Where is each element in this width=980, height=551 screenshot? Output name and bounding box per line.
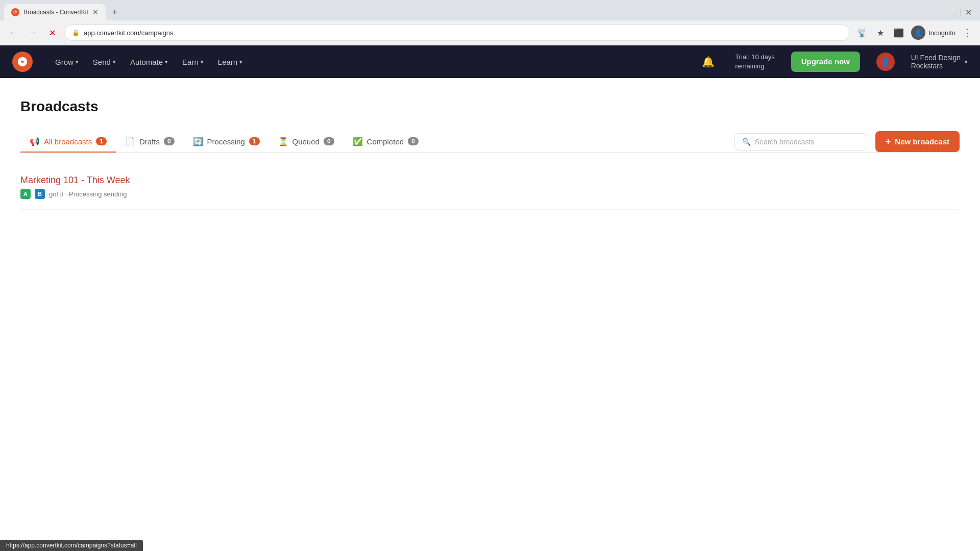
filter-tabs: 📢 All broadcasts 1 📄 Drafts 0 🔄 Processi… <box>20 132 734 152</box>
status-url: https://app.convertkit.com/campaigns?sta… <box>6 542 137 549</box>
back-button[interactable]: ← <box>6 26 20 40</box>
forward-button[interactable]: → <box>26 26 40 40</box>
processing-icon: 🔄 <box>193 137 203 146</box>
broadcast-status: Processing sending <box>69 190 127 198</box>
megaphone-icon: 📢 <box>30 137 40 146</box>
broadcast-segment: got it <box>49 190 63 198</box>
tab-drafts-badge: 0 <box>164 137 175 145</box>
tab-bar: ⟳ Broadcasts - ConvertKit ✕ + — ⬜ ✕ <box>0 0 980 20</box>
new-broadcast-button[interactable]: + New broadcast <box>875 131 960 152</box>
nav-send-label: Send <box>93 58 111 66</box>
tab-processing[interactable]: 🔄 Processing 1 <box>184 132 269 153</box>
filter-row: 📢 All broadcasts 1 📄 Drafts 0 🔄 Processi… <box>20 131 960 153</box>
nav-automate-chevron: ▾ <box>165 59 168 65</box>
address-bar[interactable]: 🔒 app.convertkit.com/campaigns <box>64 24 850 41</box>
broadcast-meta: A B got it · Processing sending <box>20 189 960 199</box>
browser-menu-button[interactable]: ⋮ <box>961 25 974 40</box>
broadcast-item: Marketing 101 - This Week A B got it · P… <box>20 165 960 210</box>
tag-a: A <box>20 189 31 199</box>
nav-automate[interactable]: Automate ▾ <box>124 54 174 70</box>
tab-queued[interactable]: ⏳ Queued 0 <box>269 132 344 153</box>
browser-chrome: ⟳ Broadcasts - ConvertKit ✕ + — ⬜ ✕ ← → … <box>0 0 980 45</box>
new-broadcast-label: New broadcast <box>895 137 949 146</box>
plus-icon: + <box>886 136 891 147</box>
nav-send[interactable]: Send ▾ <box>87 54 122 70</box>
profile-icon[interactable]: ⬛ <box>892 26 906 40</box>
tab-all-badge: 1 <box>96 137 107 145</box>
broadcast-title-link[interactable]: Marketing 101 - This Week <box>20 175 960 186</box>
user-menu[interactable]: UI Feed DesignRockstars ▾ <box>911 54 968 70</box>
tab-processing-label: Processing <box>207 137 245 146</box>
tab-processing-badge: 1 <box>249 137 260 145</box>
cast-icon[interactable]: 📡 <box>855 26 869 40</box>
tab-close-button[interactable]: ✕ <box>92 8 99 16</box>
url-text: app.convertkit.com/campaigns <box>84 29 842 37</box>
draft-icon: 📄 <box>125 137 135 146</box>
nav-learn-chevron: ▾ <box>239 59 242 65</box>
tab-all-label: All broadcasts <box>44 137 92 146</box>
app-logo[interactable] <box>12 52 33 72</box>
tab-favicon: ⟳ <box>11 8 19 16</box>
incognito-area: 👤 Incognito <box>911 26 955 40</box>
browser-actions: 📡 ★ ⬛ <box>855 26 906 40</box>
tab-close-window-icon[interactable]: ✕ <box>965 8 972 17</box>
tab-completed-badge: 0 <box>408 137 419 145</box>
tab-all-broadcasts[interactable]: 📢 All broadcasts 1 <box>20 132 116 153</box>
tab-queued-label: Queued <box>292 137 320 146</box>
nav-send-chevron: ▾ <box>113 59 116 65</box>
tab-minimize-icon[interactable]: — <box>941 8 948 16</box>
queued-icon: ⏳ <box>278 137 288 146</box>
tab-completed-label: Completed <box>367 137 404 146</box>
nav-grow-label: Grow <box>55 58 74 66</box>
broadcast-list: Marketing 101 - This Week A B got it · P… <box>20 165 960 210</box>
tab-title: Broadcasts - ConvertKit <box>23 9 88 16</box>
tab-maximize-icon[interactable]: ⬜ <box>952 8 961 16</box>
broadcast-separator: · <box>65 190 69 198</box>
tab-drafts[interactable]: 📄 Drafts 0 <box>116 132 184 153</box>
search-input[interactable] <box>755 138 860 146</box>
status-bar: https://app.convertkit.com/campaigns?sta… <box>0 540 143 551</box>
trial-text-content: Trial: 10 daysremaining <box>735 53 775 70</box>
user-menu-chevron: ▾ <box>965 59 968 65</box>
incognito-avatar-icon: 👤 <box>911 26 925 40</box>
tag-b: B <box>35 189 45 199</box>
nav-menu: Grow ▾ Send ▾ Automate ▾ Earn ▾ Learn ▾ <box>49 54 249 70</box>
user-name: UI Feed DesignRockstars <box>911 54 961 70</box>
tab-completed[interactable]: ✅ Completed 0 <box>344 132 428 153</box>
app-nav: Grow ▾ Send ▾ Automate ▾ Earn ▾ Learn ▾ … <box>0 45 980 78</box>
tab-drafts-label: Drafts <box>139 137 160 146</box>
search-icon: 🔍 <box>742 138 751 146</box>
nav-learn[interactable]: Learn ▾ <box>212 54 249 70</box>
user-avatar[interactable]: 👤 <box>876 53 895 71</box>
bookmark-icon[interactable]: ★ <box>873 26 888 40</box>
lock-icon: 🔒 <box>72 29 80 36</box>
page-title: Broadcasts <box>20 98 960 115</box>
reload-button[interactable]: ✕ <box>45 26 59 40</box>
trial-text: Trial: 10 daysremaining <box>735 53 775 71</box>
tab-queued-badge: 0 <box>324 137 334 145</box>
active-tab[interactable]: ⟳ Broadcasts - ConvertKit ✕ <box>4 4 106 20</box>
filter-actions: 🔍 + New broadcast <box>734 131 960 152</box>
upgrade-button[interactable]: Upgrade now <box>791 52 860 72</box>
main-content: Broadcasts 📢 All broadcasts 1 📄 Drafts 0… <box>0 78 980 230</box>
completed-icon: ✅ <box>353 137 363 146</box>
nav-learn-label: Learn <box>218 58 237 66</box>
broadcast-meta-text: got it · Processing sending <box>49 190 127 198</box>
nav-automate-label: Automate <box>130 58 163 66</box>
search-box[interactable]: 🔍 <box>734 133 867 151</box>
nav-earn-label: Earn <box>182 58 199 66</box>
nav-earn[interactable]: Earn ▾ <box>176 54 210 70</box>
notifications-bell-icon[interactable]: 🔔 <box>698 52 719 72</box>
new-tab-button[interactable]: + <box>108 5 122 19</box>
browser-toolbar: ← → ✕ 🔒 app.convertkit.com/campaigns 📡 ★… <box>0 20 980 45</box>
nav-grow-chevron: ▾ <box>76 59 79 65</box>
nav-grow[interactable]: Grow ▾ <box>49 54 85 70</box>
incognito-label: Incognito <box>928 29 955 37</box>
nav-earn-chevron: ▾ <box>201 59 204 65</box>
